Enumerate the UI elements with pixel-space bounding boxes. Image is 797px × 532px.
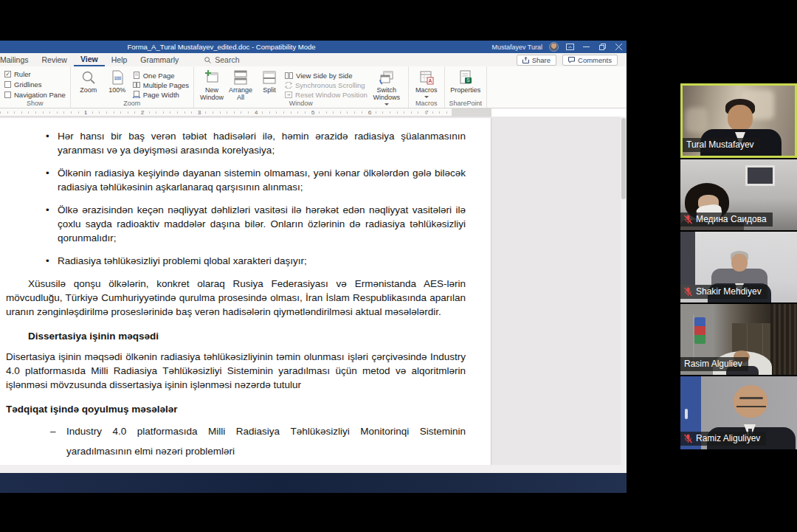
dash-text: Industry 4.0 platformasıda Milli Radiasi… <box>66 421 466 461</box>
svg-text:S: S <box>466 77 470 83</box>
participant-name-tag: Rasim Alguliev <box>680 357 748 371</box>
avatar[interactable] <box>549 42 559 52</box>
multiple-pages-label: Multiple Pages <box>143 81 189 89</box>
participant-tile-ramiz[interactable]: Ramiz Aliguliyev <box>680 376 797 449</box>
participant-glasses <box>736 400 766 407</box>
participant-name: Shakir Mehdiyev <box>696 286 762 297</box>
section-heading: Tədqiqat işində qoyulmuş məsələlər <box>6 402 466 416</box>
page-width-button[interactable]: Page Width <box>133 91 189 98</box>
reset-window-position-icon <box>285 91 292 98</box>
ruler-mark: 4 <box>255 109 258 116</box>
zoom-button[interactable]: Zoom <box>75 69 102 97</box>
participant-name-tag: Ramiz Aliguliyev <box>680 432 766 446</box>
document-area: • Hər hansı bir baş verən təbiət hadisəl… <box>0 117 627 465</box>
checkbox-empty-icon <box>4 81 11 88</box>
gridlines-checkbox-row[interactable]: Gridlines <box>4 80 66 89</box>
taskbar <box>0 473 627 493</box>
new-window-icon <box>204 70 219 85</box>
gridlines-checkbox-label: Gridlines <box>14 80 42 89</box>
picture-frame <box>745 165 775 186</box>
ribbon-group-sharepoint: S Properties SharePoint <box>445 66 487 108</box>
ribbon-group-show: ✓ Ruler Gridlines Navigation Pane Show <box>0 66 71 108</box>
properties-button[interactable]: S Properties <box>449 69 482 97</box>
horizontal-ruler[interactable]: 1 2 3 4 5 6 7 <box>0 108 491 117</box>
one-page-icon <box>133 72 140 79</box>
properties-label: Properties <box>450 86 480 94</box>
participant-tile-rasim[interactable]: Rasim Alguliev <box>680 304 797 375</box>
tab-grammarly[interactable]: Grammarly <box>134 53 185 66</box>
account-name[interactable]: Mustafayev Tural <box>491 44 542 51</box>
ruler-mark: 3 <box>198 109 201 116</box>
multiple-pages-icon <box>133 81 140 89</box>
dash-list-item: – Industry 4.0 platformasıda Milli Radia… <box>50 421 466 461</box>
participant-tile-shakir[interactable]: Shakir Mehdiyev <box>680 232 797 303</box>
view-side-by-side-button[interactable]: View Side by Side <box>285 72 368 79</box>
share-button[interactable]: Share <box>517 55 556 66</box>
word-window: Forma_A_Tural Mustafayev_edited.doc - Co… <box>0 41 627 493</box>
view-side-by-side-icon <box>285 72 293 79</box>
checkbox-checked-icon: ✓ <box>4 71 11 77</box>
new-window-button[interactable]: New Window <box>199 69 225 97</box>
bookshelf <box>770 304 797 375</box>
paragraph: Xüsusilə qonşu ölkələrin, konkret olaraq… <box>6 277 466 319</box>
participant-name-tag: Shakir Mehdiyev <box>680 285 767 299</box>
minimize-icon[interactable] <box>582 42 591 52</box>
ribbon-group-window: New Window Arrange All Split V <box>194 66 409 108</box>
participant-name: Ramiz Aliguliyev <box>696 433 760 443</box>
horizontal-scrollbar-track[interactable] <box>0 465 627 473</box>
ruler-checkbox-row[interactable]: ✓ Ruler <box>4 70 66 78</box>
tab-help[interactable]: Help <box>105 53 134 66</box>
multiple-pages-button[interactable]: Multiple Pages <box>133 81 189 89</box>
split-button[interactable]: Split <box>256 69 283 97</box>
background-blur-patch <box>686 108 708 133</box>
close-icon[interactable] <box>614 42 624 52</box>
search-box[interactable]: Search <box>204 55 239 64</box>
bullet-item: • Hər hansı bir baş verən təbiət hadisəl… <box>6 129 466 157</box>
zoom-100-button[interactable]: 100 100% <box>104 69 131 97</box>
share-icon <box>522 57 529 63</box>
arrange-all-icon <box>233 70 248 85</box>
switch-windows-icon <box>379 70 394 85</box>
synchronous-scrolling-icon <box>285 82 292 89</box>
properties-icon: S <box>458 70 473 85</box>
dropdown-caret-icon <box>424 96 429 98</box>
bullet-text: Hər hansı bir baş verən təbiət hadisələr… <box>58 129 466 157</box>
bullet-marker: • <box>46 166 58 194</box>
ruler-right-margin <box>452 108 491 116</box>
switch-windows-label: Switch Windows <box>370 86 404 101</box>
bullet-text: Radiasiya təhlükəsizliyi problemi qlobal… <box>58 254 466 268</box>
ruler-mark: 5 <box>311 109 314 116</box>
macros-button[interactable]: Macros <box>413 69 440 97</box>
participant-name: Rasim Alguliev <box>684 359 742 369</box>
navigation-pane-checkbox-row[interactable]: Navigation Pane <box>4 91 66 99</box>
tab-mailings[interactable]: Mailings <box>0 53 35 66</box>
tab-review[interactable]: Review <box>35 53 74 66</box>
restore-icon[interactable] <box>598 42 607 52</box>
participant-tile-tural[interactable]: Tural Mustafayev <box>680 83 797 158</box>
ribbon-empty-space <box>487 66 627 108</box>
cabinet-label <box>685 409 688 419</box>
switch-windows-button[interactable]: Switch Windows <box>370 69 404 97</box>
zoom-magnifier-icon <box>81 70 96 85</box>
participant-name: Tural Mustafayev <box>686 139 754 150</box>
muted-mic-icon <box>684 287 692 297</box>
one-page-button[interactable]: One Page <box>133 72 189 79</box>
background-window-panel <box>680 232 695 285</box>
window-group-label: Window <box>194 100 408 107</box>
participant-head <box>728 105 753 131</box>
arrange-all-button[interactable]: Arrange All <box>227 69 254 97</box>
ruler-mark: 6 <box>368 109 371 116</box>
macros-label: Macros <box>415 86 438 94</box>
bullet-item: • Radiasiya təhlükəsizliyi problemi qlob… <box>6 254 466 268</box>
comments-button[interactable]: Comments <box>562 55 618 66</box>
reset-window-position-button[interactable]: Reset Window Position <box>285 91 368 98</box>
vertical-scrollbar[interactable] <box>621 117 627 465</box>
document-page[interactable]: • Hər hansı bir baş verən təbiət hadisəl… <box>0 118 491 465</box>
synchronous-scrolling-button[interactable]: Synchronous Scrolling <box>285 81 368 89</box>
ribbon-display-options-icon[interactable] <box>565 42 575 52</box>
tab-view[interactable]: View <box>74 53 105 66</box>
scrollbar-thumb[interactable] <box>621 118 626 199</box>
participant-tile-medina[interactable]: Медина Саидова <box>680 159 797 230</box>
ribbon-group-zoom: Zoom 100 100% One Page <box>71 66 194 108</box>
muted-mic-icon <box>684 215 692 224</box>
